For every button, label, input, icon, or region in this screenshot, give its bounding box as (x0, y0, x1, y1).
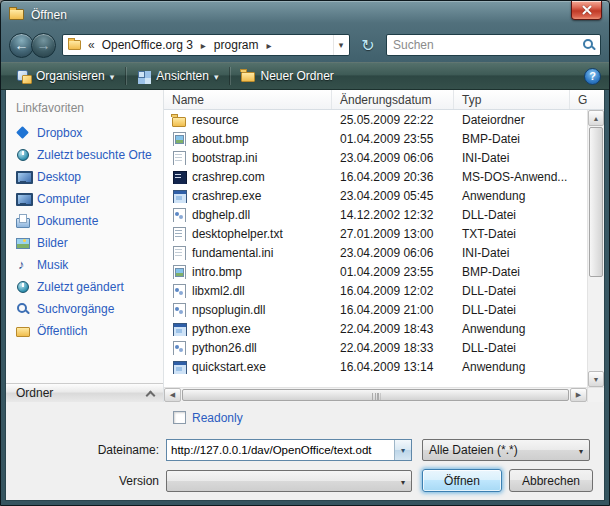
sidebar-item-computer[interactable]: Computer (6, 188, 163, 210)
version-combobox[interactable] (166, 470, 412, 492)
folders-label: Ordner (16, 386, 53, 400)
file-type: DLL-Datei (454, 341, 570, 355)
favorites-header: Linkfavoriten (6, 99, 163, 122)
toolbar-divider (125, 67, 126, 85)
table-row[interactable]: libxml2.dll 16.04.2009 12:02 DLL-Datei (164, 281, 587, 300)
scroll-up-icon[interactable]: ▲ (588, 110, 604, 126)
table-row[interactable]: python26.dll 22.04.2009 18:33 DLL-Datei (164, 338, 587, 357)
ini-icon (172, 151, 186, 165)
filename-combobox[interactable] (166, 439, 412, 461)
breadcrumb-item-program[interactable]: program (210, 38, 263, 52)
sidebar-item-recent-changes[interactable]: Zuletzt geändert (6, 276, 163, 298)
help-button[interactable]: ? (584, 68, 601, 85)
file-date: 25.05.2009 22:22 (332, 113, 454, 127)
organize-button[interactable]: Organisieren (9, 66, 122, 86)
table-row[interactable]: python.exe 22.04.2009 18:43 Anwendung (164, 319, 587, 338)
table-row[interactable]: dbghelp.dll 14.12.2002 12:32 DLL-Datei (164, 205, 587, 224)
new-folder-button[interactable]: Neuer Ordner (233, 66, 341, 86)
scroll-left-icon[interactable]: ◀ (164, 388, 181, 402)
file-date: 16.04.2009 20:36 (332, 170, 454, 184)
vertical-scroll-thumb[interactable] (589, 127, 603, 277)
sidebar-item-recent-places[interactable]: Zuletzt besuchte Orte (6, 144, 163, 166)
column-header-name[interactable]: Name (164, 90, 332, 109)
sidebar-item-public[interactable]: Öffentlich (6, 320, 163, 342)
name-cell: python26.dll (164, 341, 332, 355)
filename-input[interactable] (167, 444, 394, 456)
dll-icon (172, 303, 186, 317)
scrollbar-corner (587, 388, 604, 402)
horizontal-scroll-thumb[interactable] (182, 389, 569, 401)
name-cell: quickstart.exe (164, 360, 332, 374)
file-type: BMP-Datei (454, 132, 570, 146)
bmp-icon (172, 132, 186, 146)
sidebar-item-music[interactable]: Musik (6, 254, 163, 276)
readonly-checkbox[interactable] (173, 411, 186, 424)
public-icon (15, 323, 31, 339)
horizontal-scroll-track[interactable]: ◀ ▶ (164, 388, 587, 402)
horizontal-scrollbar[interactable]: ◀ ▶ (164, 387, 604, 402)
column-header-type[interactable]: Typ (454, 90, 570, 109)
refresh-button[interactable] (356, 34, 380, 56)
search-icon[interactable] (582, 38, 596, 52)
table-row[interactable]: crashrep.com 16.04.2009 20:36 MS-DOS-Anw… (164, 167, 587, 186)
exe-icon (172, 189, 186, 203)
table-row[interactable]: about.bmp 01.04.2009 23:55 BMP-Datei (164, 129, 587, 148)
table-row[interactable]: bootstrap.ini 23.04.2009 06:06 INI-Datei (164, 148, 587, 167)
file-date: 23.04.2009 06:06 (332, 246, 454, 260)
sidebar-item-label: Zuletzt geändert (37, 280, 124, 294)
organize-label: Organisieren (36, 69, 105, 83)
breadcrumb-overflow-button[interactable]: « (85, 38, 98, 52)
table-row[interactable]: fundamental.ini 23.04.2009 06:06 INI-Dat… (164, 243, 587, 262)
search-box[interactable] (386, 34, 601, 56)
sidebar-item-pictures[interactable]: Bilder (6, 232, 163, 254)
column-header-size[interactable]: G (570, 90, 604, 109)
file-type: Dateiordner (454, 113, 570, 127)
filetype-combobox[interactable]: Alle Dateien (*.*) (422, 439, 590, 461)
breadcrumb[interactable]: « OpenOffice.org 3 program (62, 34, 350, 56)
forward-arrow-icon (37, 38, 51, 52)
filename-dropdown-icon[interactable] (394, 440, 411, 460)
sidebar-item-label: Öffentlich (37, 324, 87, 338)
sidebar-item-searches[interactable]: Suchvorgänge (6, 298, 163, 320)
breadcrumb-item-openoffice[interactable]: OpenOffice.org 3 (98, 38, 197, 52)
file-name: libxml2.dll (192, 284, 245, 298)
sidebar-item-dropbox[interactable]: Dropbox (6, 122, 163, 144)
chevron-right-icon[interactable] (197, 38, 210, 52)
table-row[interactable]: crashrep.exe 23.04.2009 05:45 Anwendung (164, 186, 587, 205)
back-arrow-icon (15, 38, 29, 52)
table-row[interactable]: npsoplugin.dll 16.04.2009 21:00 DLL-Date… (164, 300, 587, 319)
scroll-right-icon[interactable]: ▶ (570, 388, 587, 402)
cancel-button[interactable]: Abbrechen (509, 469, 593, 492)
sidebar-item-desktop[interactable]: Desktop (6, 166, 163, 188)
table-row[interactable]: resource 25.05.2009 22:22 Dateiordner (164, 110, 587, 129)
chevron-down-icon (214, 69, 219, 83)
chevron-right-icon[interactable] (263, 38, 276, 52)
window-title: Öffnen (31, 8, 67, 22)
table-row[interactable]: intro.bmp 01.04.2009 23:55 BMP-Datei (164, 262, 587, 281)
address-dropdown-icon[interactable] (333, 35, 348, 55)
file-name: resource (192, 113, 239, 127)
sidebar-item-label: Zuletzt besuchte Orte (37, 148, 152, 162)
file-name: crashrep.com (192, 170, 265, 184)
table-row[interactable]: quickstart.exe 16.04.2009 13:14 Anwendun… (164, 357, 587, 376)
file-name: desktophelper.txt (192, 227, 283, 241)
close-button[interactable] (571, 1, 602, 20)
search-input[interactable] (391, 38, 582, 52)
column-header-date[interactable]: Änderungsdatum (332, 90, 454, 109)
folders-expander[interactable]: Ordner (6, 383, 163, 402)
open-button[interactable]: Öffnen (422, 469, 502, 492)
scroll-down-icon[interactable]: ▼ (588, 371, 604, 387)
file-name: quickstart.exe (192, 360, 266, 374)
dialog-footer: Readonly Dateiname: Alle Dateien (*.*) V… (6, 402, 604, 500)
vertical-scrollbar[interactable]: ▲ ▼ (587, 110, 604, 387)
name-cell: libxml2.dll (164, 284, 332, 298)
file-name: about.bmp (192, 132, 249, 146)
searches-icon (15, 301, 31, 317)
dll-icon (172, 284, 186, 298)
table-row[interactable]: desktophelper.txt 27.01.2009 13:00 TXT-D… (164, 224, 587, 243)
vertical-scroll-track[interactable] (588, 278, 604, 371)
sidebar-item-documents[interactable]: Dokumente (6, 210, 163, 232)
titlebar[interactable]: Öffnen (1, 1, 609, 28)
views-button[interactable]: Ansichten (129, 66, 226, 86)
forward-button[interactable] (31, 33, 56, 58)
